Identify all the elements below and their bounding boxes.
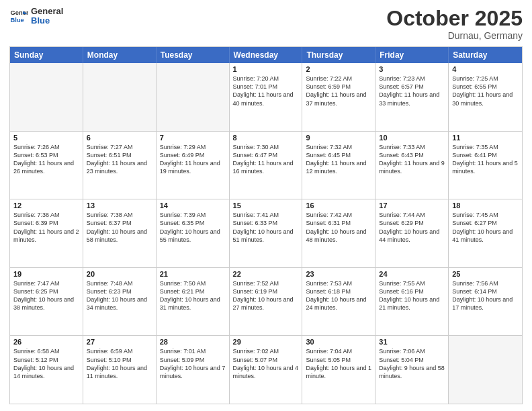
day-number: 18 xyxy=(452,201,519,210)
calendar-cell: 15Sunrise: 7:41 AMSunset: 6:33 PMDayligh… xyxy=(230,199,303,267)
day-info: Sunrise: 7:01 AMSunset: 5:09 PMDaylight:… xyxy=(160,347,226,380)
day-number: 21 xyxy=(160,270,226,278)
header-day-friday: Friday xyxy=(375,47,449,63)
location: Durnau, Germany xyxy=(386,30,523,41)
header-day-wednesday: Wednesday xyxy=(230,47,303,63)
day-number: 8 xyxy=(233,134,299,142)
day-info: Sunrise: 6:59 AMSunset: 5:10 PMDaylight:… xyxy=(87,347,152,380)
calendar-cell: 24Sunrise: 7:55 AMSunset: 6:16 PMDayligh… xyxy=(375,268,449,336)
calendar-cell: 30Sunrise: 7:04 AMSunset: 5:05 PMDayligh… xyxy=(302,336,375,404)
day-number: 9 xyxy=(306,134,371,142)
calendar-cell: 23Sunrise: 7:53 AMSunset: 6:18 PMDayligh… xyxy=(302,268,375,336)
day-number: 19 xyxy=(13,270,79,278)
day-info: Sunrise: 7:06 AMSunset: 5:04 PMDaylight:… xyxy=(379,347,445,380)
day-number: 27 xyxy=(87,338,152,346)
calendar-cell: 18Sunrise: 7:45 AMSunset: 6:27 PMDayligh… xyxy=(449,199,522,267)
day-number: 25 xyxy=(452,270,519,278)
day-info: Sunrise: 7:22 AMSunset: 6:59 PMDaylight:… xyxy=(306,75,371,107)
day-number: 30 xyxy=(306,338,371,346)
day-info: Sunrise: 7:44 AMSunset: 6:29 PMDaylight:… xyxy=(379,211,445,244)
day-number: 2 xyxy=(306,65,371,73)
day-number: 6 xyxy=(87,134,152,142)
day-number: 4 xyxy=(452,65,519,73)
day-info: Sunrise: 7:20 AMSunset: 7:01 PMDaylight:… xyxy=(233,75,299,107)
day-number: 5 xyxy=(13,134,79,142)
header-day-monday: Monday xyxy=(83,47,157,63)
calendar-cell: 13Sunrise: 7:38 AMSunset: 6:37 PMDayligh… xyxy=(83,199,157,267)
day-info: Sunrise: 7:53 AMSunset: 6:18 PMDaylight:… xyxy=(306,279,371,312)
day-number: 31 xyxy=(379,338,445,346)
day-info: Sunrise: 7:32 AMSunset: 6:45 PMDaylight:… xyxy=(306,143,371,176)
calendar-cell: 5Sunrise: 7:26 AMSunset: 6:53 PMDaylight… xyxy=(10,132,83,199)
day-number: 29 xyxy=(233,338,299,346)
header-day-sunday: Sunday xyxy=(10,47,83,63)
calendar-cell: 19Sunrise: 7:47 AMSunset: 6:25 PMDayligh… xyxy=(10,268,83,336)
calendar-cell xyxy=(157,63,230,131)
logo-icon: General Blue xyxy=(9,7,28,26)
calendar-cell: 25Sunrise: 7:56 AMSunset: 6:14 PMDayligh… xyxy=(449,268,522,336)
day-info: Sunrise: 7:36 AMSunset: 6:39 PMDaylight:… xyxy=(13,211,79,244)
day-number: 14 xyxy=(160,201,226,210)
day-number: 12 xyxy=(13,201,79,210)
calendar: SundayMondayTuesdayWednesdayThursdayFrid… xyxy=(9,46,523,404)
calendar-cell: 21Sunrise: 7:50 AMSunset: 6:21 PMDayligh… xyxy=(157,268,230,336)
calendar-cell: 17Sunrise: 7:44 AMSunset: 6:29 PMDayligh… xyxy=(375,199,449,267)
calendar-cell: 1Sunrise: 7:20 AMSunset: 7:01 PMDaylight… xyxy=(230,63,303,131)
calendar-cell: 8Sunrise: 7:30 AMSunset: 6:47 PMDaylight… xyxy=(230,132,303,199)
logo-general: General xyxy=(31,7,63,16)
day-number: 23 xyxy=(306,270,371,278)
calendar-cell: 11Sunrise: 7:35 AMSunset: 6:41 PMDayligh… xyxy=(449,132,522,199)
day-number: 26 xyxy=(13,338,79,346)
calendar-cell: 26Sunrise: 6:58 AMSunset: 5:12 PMDayligh… xyxy=(10,336,83,404)
calendar-row-1: 1Sunrise: 7:20 AMSunset: 7:01 PMDaylight… xyxy=(10,63,522,131)
day-info: Sunrise: 7:52 AMSunset: 6:19 PMDaylight:… xyxy=(233,279,299,312)
day-info: Sunrise: 7:02 AMSunset: 5:07 PMDaylight:… xyxy=(233,347,299,380)
calendar-cell: 20Sunrise: 7:48 AMSunset: 6:23 PMDayligh… xyxy=(83,268,157,336)
calendar-cell xyxy=(449,336,522,404)
calendar-cell: 6Sunrise: 7:27 AMSunset: 6:51 PMDaylight… xyxy=(83,132,157,199)
calendar-cell: 22Sunrise: 7:52 AMSunset: 6:19 PMDayligh… xyxy=(230,268,303,336)
day-info: Sunrise: 7:33 AMSunset: 6:43 PMDaylight:… xyxy=(379,143,445,176)
header-day-tuesday: Tuesday xyxy=(157,47,230,63)
day-info: Sunrise: 7:45 AMSunset: 6:27 PMDaylight:… xyxy=(452,211,519,244)
calendar-cell: 10Sunrise: 7:33 AMSunset: 6:43 PMDayligh… xyxy=(375,132,449,199)
day-info: Sunrise: 7:26 AMSunset: 6:53 PMDaylight:… xyxy=(13,143,79,176)
day-info: Sunrise: 7:47 AMSunset: 6:25 PMDaylight:… xyxy=(13,279,79,312)
calendar-cell: 2Sunrise: 7:22 AMSunset: 6:59 PMDaylight… xyxy=(302,63,375,131)
calendar-cell: 9Sunrise: 7:32 AMSunset: 6:45 PMDaylight… xyxy=(302,132,375,199)
day-number: 13 xyxy=(87,201,152,210)
day-info: Sunrise: 7:30 AMSunset: 6:47 PMDaylight:… xyxy=(233,143,299,176)
header: General Blue General Blue October 2025 D… xyxy=(9,7,523,41)
day-info: Sunrise: 7:35 AMSunset: 6:41 PMDaylight:… xyxy=(452,143,519,176)
logo: General Blue General Blue xyxy=(9,7,63,26)
calendar-cell xyxy=(83,63,157,131)
calendar-row-3: 12Sunrise: 7:36 AMSunset: 6:39 PMDayligh… xyxy=(10,199,522,267)
day-number: 22 xyxy=(233,270,299,278)
day-info: Sunrise: 7:50 AMSunset: 6:21 PMDaylight:… xyxy=(160,279,226,312)
day-info: Sunrise: 7:39 AMSunset: 6:35 PMDaylight:… xyxy=(160,211,226,244)
calendar-header: SundayMondayTuesdayWednesdayThursdayFrid… xyxy=(10,47,522,63)
day-info: Sunrise: 7:29 AMSunset: 6:49 PMDaylight:… xyxy=(160,143,226,176)
day-info: Sunrise: 7:27 AMSunset: 6:51 PMDaylight:… xyxy=(87,143,152,176)
day-number: 16 xyxy=(306,201,371,210)
calendar-row-4: 19Sunrise: 7:47 AMSunset: 6:25 PMDayligh… xyxy=(10,267,522,336)
day-info: Sunrise: 7:42 AMSunset: 6:31 PMDaylight:… xyxy=(306,211,371,244)
day-info: Sunrise: 7:23 AMSunset: 6:57 PMDaylight:… xyxy=(379,75,445,107)
day-number: 28 xyxy=(160,338,226,346)
calendar-cell: 16Sunrise: 7:42 AMSunset: 6:31 PMDayligh… xyxy=(302,199,375,267)
day-info: Sunrise: 6:58 AMSunset: 5:12 PMDaylight:… xyxy=(13,347,79,380)
calendar-row-5: 26Sunrise: 6:58 AMSunset: 5:12 PMDayligh… xyxy=(10,335,522,404)
day-number: 3 xyxy=(379,65,445,73)
day-info: Sunrise: 7:56 AMSunset: 6:14 PMDaylight:… xyxy=(452,279,519,312)
day-info: Sunrise: 7:38 AMSunset: 6:37 PMDaylight:… xyxy=(87,211,152,244)
day-number: 24 xyxy=(379,270,445,278)
svg-text:Blue: Blue xyxy=(11,17,24,24)
day-info: Sunrise: 7:25 AMSunset: 6:55 PMDaylight:… xyxy=(452,75,519,107)
header-day-thursday: Thursday xyxy=(302,47,375,63)
day-info: Sunrise: 7:55 AMSunset: 6:16 PMDaylight:… xyxy=(379,279,445,312)
day-info: Sunrise: 7:41 AMSunset: 6:33 PMDaylight:… xyxy=(233,211,299,244)
day-info: Sunrise: 7:48 AMSunset: 6:23 PMDaylight:… xyxy=(87,279,152,312)
calendar-page: General Blue General Blue October 2025 D… xyxy=(0,0,532,411)
day-number: 17 xyxy=(379,201,445,210)
calendar-cell: 7Sunrise: 7:29 AMSunset: 6:49 PMDaylight… xyxy=(157,132,230,199)
